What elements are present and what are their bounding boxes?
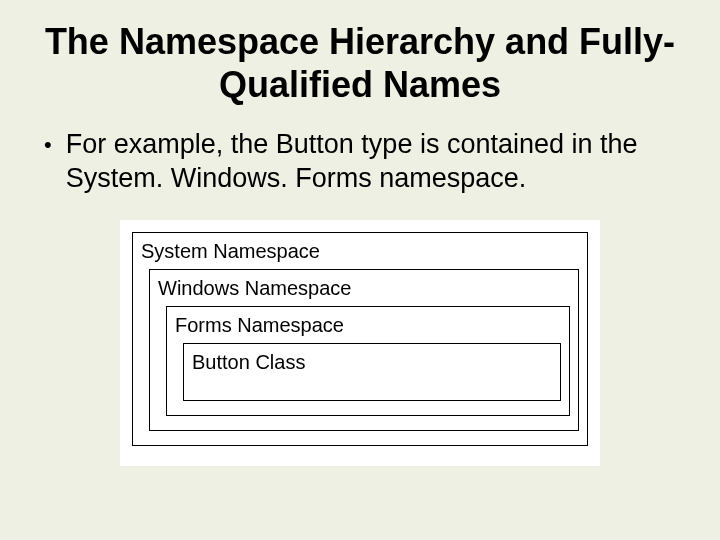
system-namespace-box: System Namespace Windows Namespace Forms… [132, 232, 588, 446]
button-class-box: Button Class [183, 343, 561, 401]
forms-namespace-label: Forms Namespace [175, 313, 561, 337]
namespace-diagram: System Namespace Windows Namespace Forms… [120, 220, 600, 466]
windows-namespace-box: Windows Namespace Forms Namespace Button… [149, 269, 579, 431]
forms-namespace-box: Forms Namespace Button Class [166, 306, 570, 416]
slide: The Namespace Hierarchy and Fully-Qualif… [0, 0, 720, 540]
bullet-dot-icon: • [44, 128, 52, 161]
bullet-text: For example, the Button type is containe… [66, 128, 680, 196]
diagram-container: System Namespace Windows Namespace Forms… [40, 220, 680, 466]
system-namespace-label: System Namespace [141, 239, 579, 263]
page-title: The Namespace Hierarchy and Fully-Qualif… [40, 20, 680, 106]
bullet-item: • For example, the Button type is contai… [40, 128, 680, 196]
windows-namespace-label: Windows Namespace [158, 276, 570, 300]
button-class-label: Button Class [192, 350, 552, 374]
